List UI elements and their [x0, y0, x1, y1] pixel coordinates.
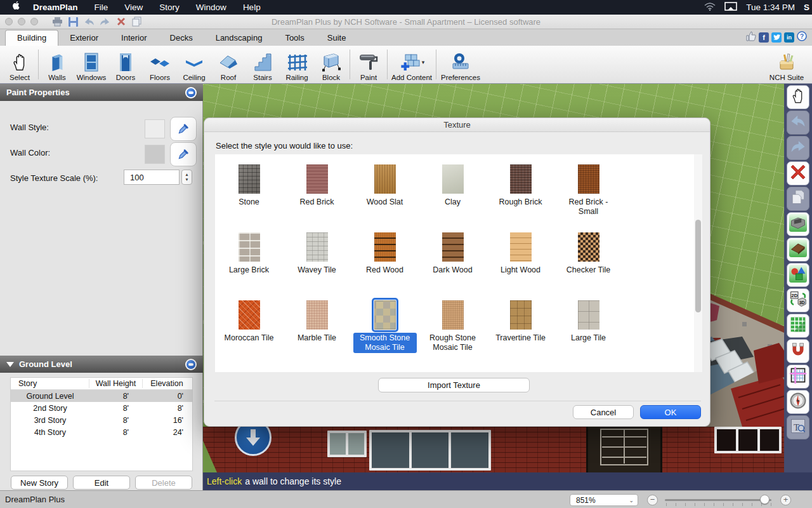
texture-item-wavey-tile[interactable]: Wavey Tile	[283, 232, 351, 300]
toolbar-select-button[interactable]: Select	[3, 46, 37, 83]
texture-swatch-clay[interactable]	[442, 164, 464, 194]
linkedin-icon[interactable]: in	[784, 32, 794, 43]
apple-menu-icon[interactable]	[10, 1, 24, 13]
texture-swatch-red-brick[interactable]	[306, 164, 328, 194]
grid-toggle-button[interactable]	[787, 314, 809, 338]
tab-tools[interactable]: Tools	[273, 30, 315, 46]
wifi-icon[interactable]	[704, 3, 716, 13]
texture-swatch-stone[interactable]	[239, 164, 260, 194]
toolbar-stairs-button[interactable]: Stairs	[246, 46, 280, 83]
paint-properties-header[interactable]: Paint Properties	[0, 84, 203, 101]
zoom-in-button[interactable]: +	[780, 495, 791, 505]
toolbar-roof-button[interactable]: Roof	[211, 46, 246, 83]
texture-swatch-wavey-tile[interactable]	[306, 232, 328, 262]
toolbar-ceiling-button[interactable]: Ceiling	[177, 46, 211, 83]
wall-color-picker-button[interactable]	[170, 142, 197, 166]
texture-swatch-red-brick-small[interactable]	[578, 164, 599, 194]
delete-x-button[interactable]	[787, 161, 809, 185]
texture-item-red-brick[interactable]: Red Brick	[283, 164, 351, 232]
tab-interior[interactable]: Interior	[110, 30, 158, 46]
toolbar-nch-suite-button[interactable]: NCH Suite	[764, 46, 809, 83]
undo-icon[interactable]	[84, 17, 95, 27]
toolbar-floors-button[interactable]: Floors	[143, 46, 177, 83]
collapse-panel-icon[interactable]	[185, 359, 197, 370]
tab-landscaping[interactable]: Landscaping	[204, 30, 274, 46]
menu-clock[interactable]: Tue 1:34 PM	[746, 3, 795, 12]
menu-item-file[interactable]: File	[95, 3, 108, 12]
compass-button[interactable]	[787, 390, 809, 414]
texture-swatch-travertine[interactable]	[510, 300, 532, 330]
twitter-icon[interactable]	[771, 32, 782, 43]
texture-swatch-rough-brick[interactable]	[510, 164, 532, 194]
texture-item-travertine[interactable]: Travertine Tile	[487, 300, 554, 368]
dropdown-arrow-icon[interactable]: ▾	[422, 59, 425, 65]
texture-swatch-large-brick[interactable]	[239, 232, 260, 262]
texture-swatch-rough-stone[interactable]	[442, 300, 464, 330]
zoom-out-button[interactable]: −	[647, 495, 658, 505]
tab-building[interactable]: Building	[5, 30, 58, 46]
toolbar-add-content-button[interactable]: ▾Add Content	[389, 46, 435, 83]
texture-item-large-tile[interactable]: Large Tile	[554, 300, 622, 368]
texture-item-light-wood[interactable]: Light Wood	[487, 232, 554, 300]
import-texture-button[interactable]: Import Texture	[378, 378, 530, 392]
toolbar-windows-button[interactable]: Windows	[74, 46, 108, 83]
snap-magnet-button[interactable]	[787, 339, 809, 363]
print-icon[interactable]	[52, 17, 63, 27]
texture-scale-input[interactable]: 100	[124, 170, 180, 185]
texture-item-checker-tile[interactable]: Checker Tile	[554, 232, 622, 300]
texture-swatch-smooth-stone[interactable]	[374, 300, 396, 330]
close-window-button[interactable]	[5, 18, 13, 25]
toolbar-walls-button[interactable]: Walls	[40, 46, 74, 83]
menu-user[interactable]: S	[804, 3, 809, 12]
collapse-panel-icon[interactable]	[185, 87, 197, 98]
zoom-window-button[interactable]	[30, 18, 38, 25]
texture-swatch-wood-slat[interactable]	[374, 164, 396, 194]
menu-item-window[interactable]: Window	[196, 3, 226, 12]
tab-suite[interactable]: Suite	[316, 30, 358, 46]
redo-icon[interactable]	[100, 17, 110, 27]
dialog-title-bar[interactable]: Texture	[204, 118, 710, 132]
facebook-icon[interactable]: f	[759, 32, 769, 43]
grid-snap-button[interactable]	[787, 364, 809, 389]
texture-swatch-checker-tile[interactable]	[578, 232, 599, 262]
column-elevation[interactable]: Elevation	[143, 379, 191, 388]
texture-scale-stepper[interactable]: ▲▼	[181, 170, 192, 185]
texture-item-moroccan-tile[interactable]: Moroccan Tile	[215, 300, 283, 368]
menu-item-view[interactable]: View	[124, 3, 143, 12]
panel-expanded-icon[interactable]	[6, 362, 14, 367]
texture-swatch-large-tile[interactable]	[578, 300, 599, 330]
cancel-button[interactable]: Cancel	[573, 405, 634, 419]
story-row-2nd-story[interactable]: 2nd Story8'8'	[11, 402, 192, 414]
zoom-slider-track[interactable]	[665, 499, 771, 501]
texture-item-dark-wood[interactable]: Dark Wood	[419, 232, 487, 300]
texture-item-rough-brick[interactable]: Rough Brick	[487, 164, 554, 232]
scrollbar-thumb[interactable]	[695, 220, 701, 312]
texture-swatch-dark-wood[interactable]	[442, 232, 464, 262]
copy-icon[interactable]	[131, 17, 142, 27]
edit-story-button[interactable]: Edit	[73, 476, 130, 490]
story-row-ground-level[interactable]: Ground Level8'0'	[11, 390, 192, 402]
wall-style-picker-button[interactable]	[170, 117, 197, 141]
screen-mirroring-icon[interactable]	[724, 2, 737, 13]
texture-item-red-wood[interactable]: Red Wood	[351, 232, 419, 300]
roof-visibility-button[interactable]	[787, 237, 809, 262]
toolbar-railing-button[interactable]: Railing	[280, 46, 314, 83]
story-row-4th-story[interactable]: 4th Story8'24'	[11, 426, 192, 438]
walls-visibility-button[interactable]	[787, 212, 809, 236]
minimize-window-button[interactable]	[18, 18, 25, 25]
toolbar-paint-button[interactable]: Paint	[351, 46, 386, 83]
texture-item-rough-stone[interactable]: Rough Stone Mosaic Tile	[419, 300, 487, 368]
save-icon[interactable]	[68, 17, 79, 27]
pan-hand-button[interactable]	[787, 85, 809, 109]
story-panel-header[interactable]: Ground Level	[0, 356, 203, 373]
texture-item-marble-tile[interactable]: Marble Tile	[283, 300, 351, 368]
texture-item-wood-slat[interactable]: Wood Slat	[351, 164, 419, 232]
tab-exterior[interactable]: Exterior	[58, 30, 110, 46]
menu-item-help[interactable]: Help	[243, 3, 261, 12]
zoom-slider-thumb[interactable]	[760, 495, 769, 504]
texture-swatch-red-wood[interactable]	[374, 232, 396, 262]
story-row-3rd-story[interactable]: 3rd Story8'16'	[11, 414, 192, 426]
objects-visibility-button[interactable]	[787, 263, 809, 287]
menu-app-name[interactable]: DreamPlan	[33, 3, 78, 12]
zoom-level-select[interactable]: 851% ⌄	[570, 494, 638, 506]
